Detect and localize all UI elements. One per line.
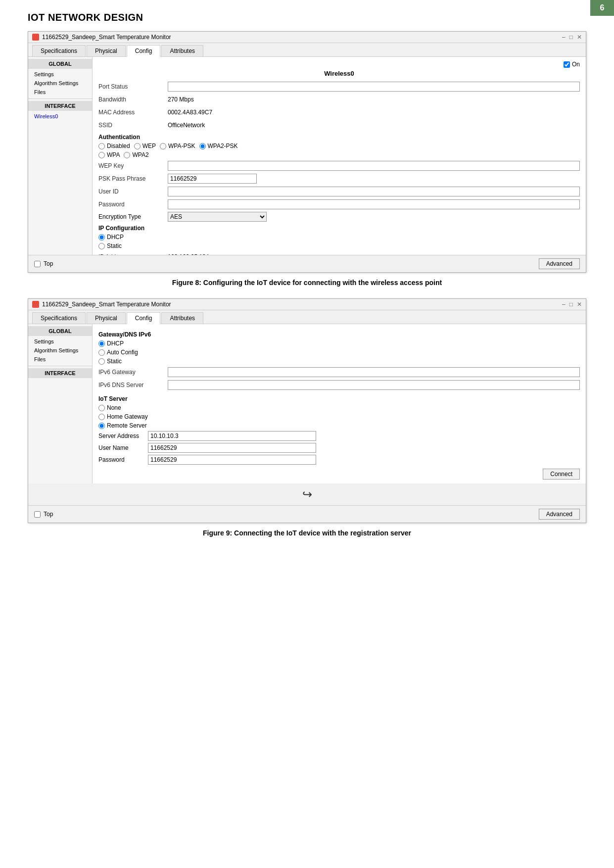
advanced9-button[interactable]: Advanced: [539, 509, 580, 520]
sidebar-item-wireless0[interactable]: Wireless0: [28, 112, 92, 121]
window-controls: – □ ✕: [562, 34, 582, 41]
auth-wpa2psk-radio[interactable]: [199, 143, 206, 149]
sidebar-item-settings[interactable]: Settings: [28, 70, 92, 79]
gw-static-group: Static: [98, 358, 580, 365]
gw-dhcp-radio[interactable]: [98, 340, 105, 347]
ipv6-dns-row: IPv6 DNS Server: [98, 380, 580, 390]
port-status-input[interactable]: [168, 82, 580, 92]
top9-checkbox[interactable]: [34, 511, 41, 518]
bandwidth-label: Bandwidth: [98, 96, 168, 103]
auth-wpa2-radio[interactable]: [124, 152, 130, 158]
sidebar9-global-header: GLOBAL: [28, 326, 92, 336]
iot-remoteserver-label: Remote Server: [107, 422, 147, 429]
iot-homegateway-radio[interactable]: [98, 414, 105, 420]
ipv6-gateway-row: IPv6 Gateway: [98, 367, 580, 378]
connect-button[interactable]: Connect: [543, 469, 580, 480]
figure9-bottom: Top Advanced: [28, 505, 586, 523]
auth-wep-label: WEP: [142, 143, 156, 149]
figure9-caption: Figure 9: Connecting the IoT device with…: [28, 529, 586, 537]
encryption-select[interactable]: AES: [168, 212, 267, 222]
figure9-container: 11662529_Sandeep_Smart Temperature Monit…: [0, 298, 614, 537]
gw-static-label: Static: [107, 358, 122, 365]
advanced-button[interactable]: Advanced: [539, 258, 580, 269]
top9-checkbox-row: Top: [34, 511, 53, 518]
top-checkbox[interactable]: [34, 261, 41, 267]
auth-wpa2: WPA2: [124, 151, 148, 158]
iot-none-radio[interactable]: [98, 405, 105, 411]
fig9-password-row: Password: [98, 455, 580, 465]
tab-physical[interactable]: Physical: [87, 45, 126, 56]
password-label: Password: [98, 201, 168, 208]
ip-dhcp-label: DHCP: [107, 234, 124, 241]
auth-wpa2-label: WPA2: [132, 151, 148, 158]
gw-autoconfig-radio[interactable]: [98, 349, 105, 356]
minimize9-btn[interactable]: –: [562, 301, 566, 308]
psk-pass-input[interactable]: [168, 174, 257, 184]
figure8-sidebar: GLOBAL Settings Algorithm Settings Files…: [28, 57, 93, 255]
password-input[interactable]: [168, 199, 580, 209]
fig9-password-input[interactable]: [148, 455, 316, 465]
tab9-config[interactable]: Config: [127, 312, 161, 324]
figure8-titlebar: 11662529_Sandeep_Smart Temperature Monit…: [28, 32, 586, 43]
auth-disabled-label: Disabled: [107, 143, 130, 149]
sidebar-item-algorithm-settings[interactable]: Algorithm Settings: [28, 79, 92, 88]
auth-wep-radio[interactable]: [134, 143, 141, 149]
auth-wpa-label: WPA: [107, 151, 120, 158]
sidebar9-item-settings[interactable]: Settings: [28, 337, 92, 346]
ip-static-label: Static: [107, 242, 122, 249]
iot-homegateway: Home Gateway: [98, 413, 148, 420]
maximize9-btn[interactable]: □: [569, 301, 573, 308]
ip-address-row: IP Address 192.168.25.104: [98, 251, 580, 255]
ipv6-dns-input[interactable]: [168, 380, 580, 390]
mac-address-row: MAC Address 0002.4A83.49C7: [98, 107, 580, 118]
tab9-specifications[interactable]: Specifications: [32, 312, 86, 324]
sidebar9-item-files[interactable]: Files: [28, 355, 92, 364]
top-checkbox-row: Top: [34, 260, 53, 267]
figure9-sidebar: GLOBAL Settings Algorithm Settings Files…: [28, 324, 93, 483]
cursor-arrow: ↪: [28, 483, 586, 505]
mac-address-value: 0002.4A83.49C7: [168, 109, 580, 116]
sidebar-item-files[interactable]: Files: [28, 88, 92, 96]
iot-remoteserver-radio[interactable]: [98, 423, 105, 429]
on-row: On: [98, 61, 580, 68]
iot-remoteserver-group: Remote Server: [98, 422, 580, 429]
iot-none: None: [98, 404, 121, 411]
username-input[interactable]: [148, 443, 316, 453]
server-address-input[interactable]: [148, 431, 316, 441]
mac-address-label: MAC Address: [98, 109, 168, 116]
wep-key-label: WEP Key: [98, 162, 168, 169]
close-btn[interactable]: ✕: [577, 34, 582, 41]
auth-section-label: Authentication: [98, 134, 580, 141]
figure9-content: GLOBAL Settings Algorithm Settings Files…: [28, 324, 586, 483]
gw-dhcp-label: DHCP: [107, 340, 124, 347]
tab-attributes[interactable]: Attributes: [161, 45, 203, 56]
bandwidth-row: Bandwidth 270 Mbps: [98, 94, 580, 105]
tab9-attributes[interactable]: Attributes: [161, 312, 203, 324]
figure8-container: 11662529_Sandeep_Smart Temperature Monit…: [0, 31, 614, 287]
tab9-physical[interactable]: Physical: [87, 312, 126, 324]
minimize-btn[interactable]: –: [562, 34, 566, 41]
server-address-label: Server Address: [98, 433, 148, 439]
auth-wpapsk-radio[interactable]: [160, 143, 166, 149]
username-row: User Name: [98, 443, 580, 453]
figure9-titlebar: 11662529_Sandeep_Smart Temperature Monit…: [28, 299, 586, 310]
top9-label: Top: [44, 511, 53, 518]
figure9-tabs-bar: Specifications Physical Config Attribute…: [28, 310, 586, 324]
psk-pass-row: PSK Pass Phrase: [98, 173, 580, 184]
maximize-btn[interactable]: □: [569, 34, 573, 41]
ip-static-radio[interactable]: [98, 243, 105, 249]
wep-key-input[interactable]: [168, 161, 580, 171]
on-checkbox[interactable]: [564, 61, 570, 68]
ip-dhcp-radio[interactable]: [98, 234, 105, 241]
tab-specifications[interactable]: Specifications: [32, 45, 86, 56]
gw-static-radio[interactable]: [98, 358, 105, 365]
close9-btn[interactable]: ✕: [577, 301, 582, 308]
auth-disabled-radio[interactable]: [98, 143, 105, 149]
figure8-bottom: Top Advanced: [28, 255, 586, 272]
ipv6-gateway-input[interactable]: [168, 367, 580, 377]
auth-radio-group: Disabled WEP WPA-PSK WPA2-PSK: [98, 143, 580, 149]
auth-wpa-radio[interactable]: [98, 152, 105, 158]
sidebar9-item-algorithm-settings[interactable]: Algorithm Settings: [28, 346, 92, 355]
user-id-input[interactable]: [168, 187, 580, 196]
tab-config[interactable]: Config: [127, 45, 161, 57]
